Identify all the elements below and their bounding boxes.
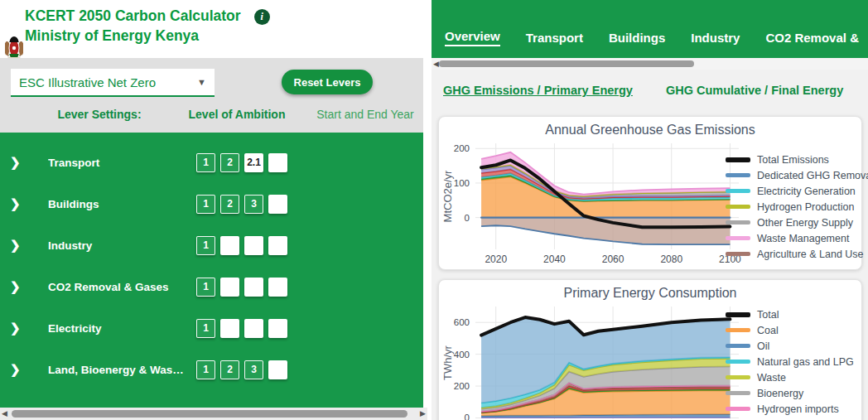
- ghg-emissions-chart: 010020020202040206020802100MtCO2e/yr: [441, 138, 749, 269]
- ambition-level-box[interactable]: [268, 319, 287, 338]
- results-nav-hscrollbar: ◀: [432, 58, 868, 70]
- legend-label: Total Emissions: [757, 154, 829, 166]
- scroll-left-arrow-icon[interactable]: ◀: [433, 60, 439, 69]
- legend-item[interactable]: Hydrogen imports: [726, 401, 856, 417]
- reset-levers-button[interactable]: Reset Levers: [282, 70, 373, 94]
- legend-swatch: [726, 252, 750, 256]
- chevron-right-icon[interactable]: ❯: [10, 279, 27, 294]
- info-icon[interactable]: i: [254, 9, 270, 25]
- legend-label: Electricity Generation: [757, 186, 856, 197]
- chevron-right-icon[interactable]: ❯: [10, 321, 27, 336]
- ambition-boxes: 1: [196, 278, 287, 297]
- chevron-right-icon[interactable]: ❯: [10, 362, 27, 377]
- ambition-level-box[interactable]: 2.1: [244, 153, 263, 172]
- ambition-level-box[interactable]: 2: [220, 360, 239, 379]
- ambition-level-box[interactable]: [220, 319, 239, 338]
- lever-row: ❯Buildings123: [0, 183, 423, 224]
- ambition-level-box[interactable]: [268, 360, 287, 379]
- tab-co2-removal-[interactable]: CO2 Removal &: [765, 31, 859, 46]
- results-panel: OverviewTransportBuildingsIndustryCO2 Re…: [432, 0, 868, 420]
- legend-swatch: [726, 344, 750, 348]
- legend-item[interactable]: Electricity Generation: [726, 183, 856, 199]
- legend-swatch: [726, 220, 750, 224]
- tab-buildings[interactable]: Buildings: [609, 31, 665, 46]
- legend-item[interactable]: Waste Management: [726, 230, 856, 246]
- ambition-level-box[interactable]: [220, 236, 239, 255]
- lever-list: ❯Transport122.1❯Buildings123❯Industry1❯C…: [0, 133, 423, 408]
- legend-swatch: [726, 407, 750, 411]
- ambition-level-box[interactable]: [268, 153, 287, 172]
- app-root: KCERT 2050 Carbon Calculatori Ministry o…: [0, 0, 868, 420]
- legend-label: Natural gas and LPG: [757, 356, 854, 368]
- chevron-right-icon[interactable]: ❯: [10, 196, 27, 211]
- legend-item[interactable]: Natural gas and LPG: [726, 354, 856, 369]
- legend-label: Oil: [757, 340, 769, 352]
- lever-row: ❯Electricity1: [0, 307, 423, 349]
- chart-card-primary-energy: Primary Energy Consumption 0200400600202…: [438, 279, 862, 420]
- ambition-level-box[interactable]: 1: [196, 319, 215, 338]
- lever-row: ❯Transport122.1: [0, 142, 423, 183]
- ambition-level-box[interactable]: 1: [196, 153, 215, 172]
- lever-label: Land, Bioenergy & Was…: [48, 364, 185, 376]
- scenario-select[interactable]: ESC Illustrative Net Zero ▼: [11, 69, 215, 97]
- ambition-level-box[interactable]: 3: [244, 195, 263, 214]
- legend-label: Waste Management: [757, 233, 849, 244]
- ambition-level-box[interactable]: 2: [220, 153, 239, 172]
- x-tick-label: 2020: [485, 253, 507, 265]
- legend-label: Other Energy Supply: [757, 217, 853, 229]
- legend-item[interactable]: Dedicated GHG Removal: [726, 167, 856, 183]
- legend-item[interactable]: Agriculture & Land Use: [726, 246, 856, 262]
- legend-item[interactable]: Coal: [726, 322, 856, 338]
- ambition-level-box[interactable]: [268, 236, 287, 255]
- legend-item[interactable]: Total: [726, 307, 856, 322]
- y-tick-label: 400: [454, 350, 470, 360]
- hscrollbar-thumb[interactable]: [12, 410, 407, 418]
- ambition-level-box[interactable]: 1: [196, 278, 215, 297]
- lever-row: ❯Industry1: [0, 224, 423, 266]
- app-header: KCERT 2050 Carbon Calculatori Ministry o…: [0, 0, 423, 58]
- legend-swatch: [726, 236, 750, 240]
- lever-panel: KCERT 2050 Carbon Calculatori Ministry o…: [0, 0, 427, 420]
- ambition-level-box[interactable]: [268, 278, 287, 297]
- legend-item[interactable]: Other Energy Supply: [726, 215, 856, 230]
- primary-energy-chart: 020040060020202040206020802100TWh/yr: [441, 302, 749, 420]
- lever-label: Transport: [48, 157, 185, 169]
- ambition-level-box[interactable]: 3: [244, 360, 263, 379]
- subtab-ghg-emissions-primary-energy[interactable]: GHG Emissions / Primary Energy: [443, 84, 633, 97]
- y-tick-label: 600: [454, 317, 470, 327]
- subtab-ghg-cumulative-final-energy[interactable]: GHG Cumulative / Final Energy: [666, 84, 843, 97]
- legend-item[interactable]: Waste: [726, 369, 856, 385]
- scroll-left-arrow-icon[interactable]: ◀: [2, 409, 7, 418]
- legend-label: Hydrogen imports: [757, 403, 839, 415]
- chevron-right-icon[interactable]: ❯: [10, 155, 27, 170]
- legend-item[interactable]: Oil: [726, 338, 856, 354]
- legend-label: Waste: [757, 372, 786, 384]
- ambition-level-box[interactable]: [268, 195, 287, 214]
- ambition-level-box[interactable]: [244, 236, 263, 255]
- lever-label: Industry: [48, 239, 185, 252]
- legend-label: Total: [757, 309, 779, 321]
- scroll-right-arrow-icon[interactable]: ▶: [420, 409, 426, 418]
- tab-overview[interactable]: Overview: [445, 29, 500, 46]
- ambition-level-box[interactable]: [244, 319, 263, 338]
- lever-table-header: Lever Settings: Level of Ambition Start …: [0, 108, 423, 133]
- tab-transport[interactable]: Transport: [526, 31, 583, 46]
- legend-item[interactable]: Hydrogen Production: [726, 199, 856, 215]
- lever-settings-heading: Lever Settings:: [41, 108, 157, 121]
- legend-label: Bioenergy: [757, 388, 803, 399]
- legend-item[interactable]: Total Emissions: [726, 152, 856, 167]
- ambition-level-box[interactable]: 1: [196, 360, 215, 379]
- ambition-level-box[interactable]: [244, 278, 263, 297]
- ambition-level-box[interactable]: [220, 278, 239, 297]
- legend-item[interactable]: Bioenergy: [726, 385, 856, 401]
- ambition-level-box[interactable]: 1: [196, 236, 215, 255]
- chevron-right-icon[interactable]: ❯: [10, 238, 27, 253]
- y-axis-title: MtCO2e/yr: [441, 170, 454, 223]
- ambition-level-box[interactable]: 1: [196, 195, 215, 214]
- x-tick-label: 2040: [543, 253, 566, 265]
- legend-swatch: [726, 189, 750, 193]
- legend-swatch: [726, 312, 750, 317]
- hscrollbar-thumb[interactable]: [439, 60, 694, 67]
- tab-industry[interactable]: Industry: [691, 31, 740, 46]
- ambition-level-box[interactable]: 2: [220, 195, 239, 214]
